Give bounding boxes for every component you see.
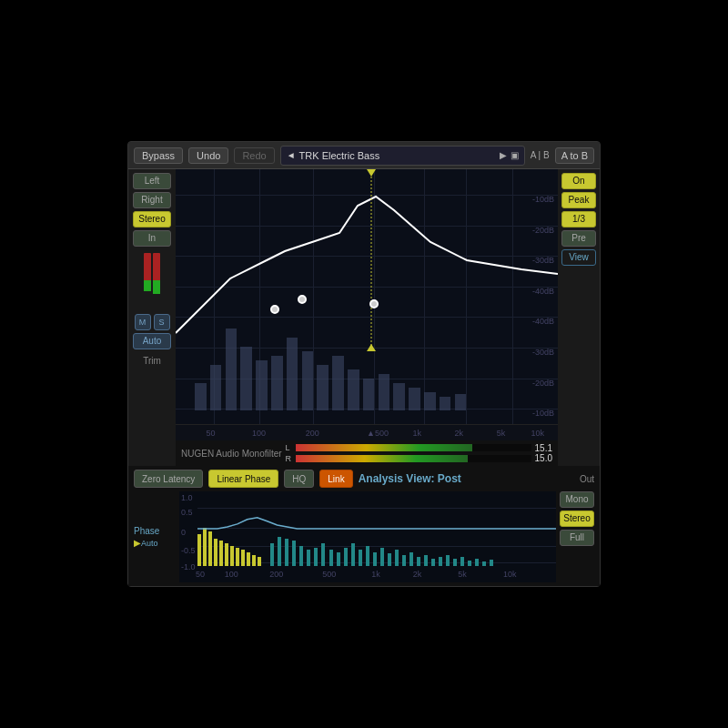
analysis-db-1: 1.0	[181, 493, 193, 502]
spec-bar	[271, 356, 283, 410]
ana-freq-10k: 10k	[503, 570, 517, 579]
play-icon: ▶	[134, 538, 141, 548]
full-analysis-button[interactable]: Full	[560, 530, 594, 546]
phase-curve-svg	[197, 491, 556, 566]
analysis-db-n05: -0.5	[181, 546, 196, 555]
freq-label-200: 200	[306, 429, 319, 438]
ana-freq-100: 100	[225, 570, 238, 579]
redo-button[interactable]: Redo	[234, 147, 274, 164]
preset-prev-icon[interactable]: ◄	[287, 150, 296, 160]
analysis-canvas: 1.0 0.5 0 -0.5 -1.0	[179, 491, 556, 582]
left-meter-label: L	[286, 443, 293, 452]
right-meter-row: R	[286, 454, 531, 463]
analysis-db-0: 0	[181, 528, 186, 537]
spec-bar	[348, 369, 359, 410]
vu-meters	[144, 253, 160, 308]
top-bar: Bypass Undo Redo ◄ TRK Electric Bass ▶ ▣…	[128, 142, 600, 169]
spec-bar	[317, 365, 329, 410]
left-meter-bar	[296, 444, 531, 451]
spec-bar	[363, 379, 375, 410]
level-meter-row: NUGEN Audio Monofilter L R	[176, 440, 558, 466]
ana-freq-5k: 5k	[458, 570, 467, 579]
analysis-freq-axis: 50 100 200 500 1k 2k 5k 10k	[179, 566, 556, 582]
ab-label: A | B	[531, 150, 550, 160]
vu-bar-1	[144, 253, 151, 308]
ana-freq-50: 50	[196, 570, 205, 579]
eq-curve-svg	[176, 169, 558, 351]
ana-freq-500: 500	[322, 570, 336, 579]
db-label-7: -20dB	[532, 379, 554, 388]
freq-label-100: 100	[252, 429, 266, 438]
spec-bar	[424, 392, 436, 410]
phase-label: Phase	[134, 526, 179, 536]
pre-button[interactable]: Pre	[561, 230, 596, 247]
freq-label-5k: 5k	[497, 429, 506, 438]
spec-bar	[440, 397, 451, 410]
control-point-2[interactable]	[298, 295, 307, 304]
linear-phase-button[interactable]: Linear Phase	[208, 470, 278, 488]
s-button[interactable]: S	[154, 314, 170, 330]
stereo-channel-button[interactable]: Stereo	[133, 211, 171, 228]
spec-bar	[393, 383, 405, 410]
on-button[interactable]: On	[561, 173, 596, 189]
freq-axis: 50 100 200 ▲500 1k 2k 5k 10k	[176, 424, 558, 440]
link-button[interactable]: Link	[319, 470, 352, 488]
preset-play-icon[interactable]: ▶	[500, 150, 507, 160]
stereo-analysis-button[interactable]: Stereo	[560, 511, 594, 527]
freq-label-50: 50	[207, 429, 216, 438]
ms-buttons: M S	[135, 314, 170, 330]
spec-bar	[379, 374, 390, 410]
spec-bar	[240, 347, 252, 410]
level-values: 15.1 15.0	[535, 443, 552, 463]
mono-analysis-button[interactable]: Mono	[560, 491, 594, 508]
preset-name: TRK Electric Bass	[299, 150, 496, 161]
bottom-controls-row: Zero Latency Linear Phase HQ Link Analys…	[134, 470, 594, 488]
trim-label: Trim	[143, 356, 161, 366]
right-meter-bar	[296, 455, 531, 462]
control-point-3[interactable]	[369, 299, 379, 308]
ana-freq-200: 200	[269, 570, 283, 579]
hq-button[interactable]: HQ	[284, 470, 314, 488]
right-meter-label: R	[286, 454, 293, 463]
spec-bar	[302, 351, 314, 410]
analysis-row-wrapper: Phase ▶ Auto 1.0 0.5 0 -0.5 -1.0	[134, 491, 594, 582]
freq-label-10k: 10k	[531, 429, 545, 438]
peak-button[interactable]: Peak	[561, 192, 596, 208]
spec-bar	[195, 383, 207, 410]
analysis-label: Analysis View: Post	[359, 472, 574, 485]
eq-area: -10dB -20dB -30dB -40dB -40dB -30dB -20d…	[176, 169, 558, 466]
a-to-b-button[interactable]: A to B	[555, 147, 594, 164]
ana-freq-2k: 2k	[413, 570, 422, 579]
preset-save-icon[interactable]: ▣	[511, 150, 519, 160]
vu-bar-2	[153, 253, 160, 308]
m-button[interactable]: M	[135, 314, 151, 330]
main-area: Left Right Stereo In M S Auto Trim	[128, 169, 600, 466]
eq-canvas: -10dB -20dB -30dB -40dB -40dB -30dB -20d…	[176, 169, 558, 424]
brand-label: NUGEN Audio Monofilter	[181, 449, 282, 459]
spec-bar	[455, 394, 467, 410]
zero-latency-button[interactable]: Zero Latency	[134, 470, 203, 488]
lr-meters: L R	[286, 443, 531, 463]
left-controls: Left Right Stereo In M S Auto Trim	[128, 169, 176, 466]
control-point-1[interactable]	[270, 305, 279, 314]
right-channel-button[interactable]: Right	[133, 192, 171, 208]
right-buttons: On Peak 1/3 Pre View	[558, 169, 600, 466]
bypass-button[interactable]: Bypass	[134, 147, 183, 164]
preset-area[interactable]: ◄ TRK Electric Bass ▶ ▣	[280, 146, 525, 166]
auto-label: ▶ Auto	[134, 538, 179, 548]
ana-freq-1k: 1k	[371, 570, 380, 579]
spec-bar	[409, 388, 420, 410]
left-channel-button[interactable]: Left	[133, 173, 171, 189]
freq-label-1k: 1k	[412, 429, 421, 438]
spec-bar	[210, 365, 222, 410]
freq-label-500: ▲500	[367, 429, 389, 438]
left-meter-row: L	[286, 443, 531, 452]
undo-button[interactable]: Undo	[188, 147, 228, 164]
in-button[interactable]: In	[133, 230, 171, 247]
left-level-value: 15.1	[535, 443, 552, 453]
right-level-value: 15.0	[535, 453, 552, 463]
view-button[interactable]: View	[561, 249, 596, 266]
third-button[interactable]: 1/3	[561, 211, 596, 228]
left-meter-fill	[296, 444, 472, 451]
auto-button[interactable]: Auto	[133, 333, 171, 349]
